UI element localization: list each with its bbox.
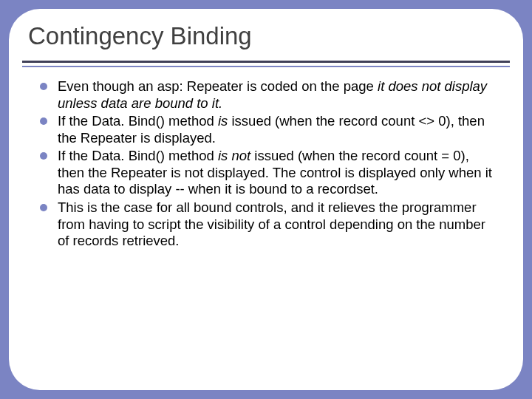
slide-title: Contingency Binding — [28, 22, 501, 50]
list-item: Even though an asp: Repeater is coded on… — [38, 78, 498, 112]
bullet-text: This is the case for all bound controls,… — [58, 200, 485, 248]
bullet-text: Even though an asp: Repeater is coded on… — [58, 78, 378, 94]
bullet-text: If the Data. Bind() method — [58, 148, 218, 163]
bullet-list: Even though an asp: Repeater is coded on… — [38, 78, 498, 250]
slide-body: Even though an asp: Repeater is coded on… — [38, 78, 498, 251]
bullet-emph: is — [218, 113, 228, 129]
list-item: If the Data. Bind() method is issued (wh… — [38, 113, 498, 146]
slide-card: Contingency Binding Even though an asp: … — [9, 9, 523, 390]
title-rule — [9, 61, 523, 67]
list-item: This is the case for all bound controls,… — [38, 200, 498, 250]
bullet-emph: is not — [218, 148, 250, 163]
bullet-text: If the Data. Bind() method — [58, 113, 218, 129]
list-item: If the Data. Bind() method is not issued… — [38, 148, 498, 198]
